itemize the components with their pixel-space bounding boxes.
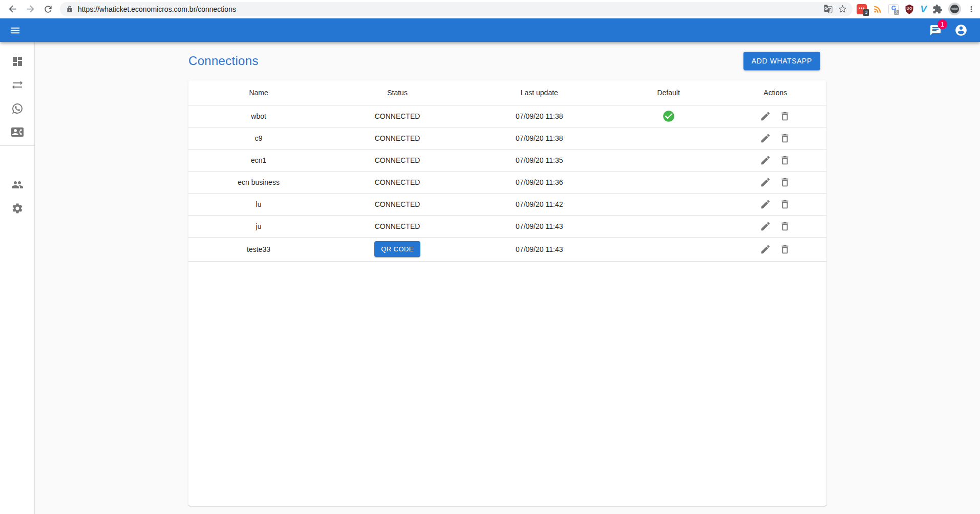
sidebar-item-dashboard[interactable]: [5, 50, 30, 73]
connection-status: CONNECTED: [329, 215, 466, 237]
sidebar-item-settings[interactable]: [5, 197, 30, 220]
vimium-extension-icon[interactable]: V: [920, 4, 927, 14]
browser-menu-icon[interactable]: [967, 5, 976, 14]
connection-actions: [725, 171, 826, 193]
hamburger-menu-button[interactable]: [9, 25, 21, 36]
main-content: Connections ADD WHATSAPP Name Status Las…: [35, 42, 980, 514]
red-dots-extension-icon[interactable]: •••3: [857, 4, 867, 14]
connection-actions: [725, 127, 826, 149]
connection-status: CONNECTED: [329, 171, 466, 193]
reload-button[interactable]: [43, 4, 53, 14]
delete-connection-button[interactable]: [779, 155, 791, 166]
connection-name: wbot: [188, 105, 329, 127]
header-last-update: Last update: [466, 80, 613, 105]
back-arrow-icon: [7, 4, 18, 14]
delete-connection-button[interactable]: [779, 177, 791, 188]
edit-pencil-icon: [760, 111, 771, 122]
trash-icon: [779, 199, 791, 210]
connection-status: CONNECTED: [329, 105, 466, 127]
forward-arrow-icon: [25, 4, 36, 14]
edit-connection-button[interactable]: [760, 221, 771, 232]
connection-status: CONNECTED: [329, 193, 466, 215]
edit-connection-button[interactable]: [760, 133, 771, 144]
connection-last-update: 07/09/20 11:43: [466, 215, 613, 237]
url-bar[interactable]: https://whaticket.economicros.com.br/con…: [60, 2, 853, 16]
sidebar-item-users[interactable]: [5, 173, 30, 197]
delete-connection-button[interactable]: [779, 221, 791, 232]
hamburger-icon: [9, 25, 21, 36]
connection-name: ecn1: [188, 149, 329, 171]
connection-status-cell: QR CODE: [329, 237, 466, 261]
edit-connection-button[interactable]: [760, 244, 771, 255]
ublock-label: UO: [904, 7, 914, 10]
delete-connection-button[interactable]: [779, 244, 791, 255]
qr-code-button[interactable]: QR CODE: [374, 241, 420, 257]
edit-connection-button[interactable]: [760, 199, 771, 210]
trash-icon: [779, 111, 791, 122]
extension-badge: 3: [863, 9, 869, 16]
table-row: teste33 QR CODE 07/09/20 11:43: [188, 237, 826, 261]
sidebar-item-tickets[interactable]: [5, 97, 30, 120]
connection-name: teste33: [188, 237, 329, 261]
connection-default-cell: [613, 237, 725, 261]
table-row: wbot CONNECTED 07/09/20 11:38: [188, 105, 826, 127]
forward-button[interactable]: [25, 4, 36, 14]
edit-pencil-icon: [760, 199, 771, 210]
browser-profile-avatar[interactable]: [948, 3, 961, 15]
trash-icon: [779, 133, 791, 144]
connection-actions: [725, 149, 826, 171]
edit-pencil-icon: [760, 177, 771, 188]
connections-card: Name Status Last update Default Actions …: [188, 80, 826, 506]
delete-connection-button[interactable]: [779, 199, 791, 210]
sidebar: [0, 42, 35, 514]
bookmark-star-icon[interactable]: [838, 4, 847, 14]
account-circle-icon: [954, 24, 968, 37]
connection-last-update: 07/09/20 11:38: [466, 105, 613, 127]
connection-last-update: 07/09/20 11:35: [466, 149, 613, 171]
edit-connection-button[interactable]: [760, 155, 771, 166]
connection-default-cell: [613, 171, 725, 193]
account-button[interactable]: [954, 24, 968, 37]
connection-actions: [725, 105, 826, 127]
reload-icon: [43, 4, 53, 14]
add-whatsapp-button[interactable]: ADD WHATSAPP: [743, 52, 820, 70]
notifications-chat-button[interactable]: 1: [929, 24, 942, 36]
connection-name: c9: [188, 127, 329, 149]
page-header: Connections ADD WHATSAPP: [188, 51, 826, 70]
browser-nav-buttons: [0, 4, 60, 14]
translate-extension-icon[interactable]: G文: [888, 4, 899, 14]
sidebar-item-connections[interactable]: [5, 73, 30, 97]
table-header-row: Name Status Last update Default Actions: [188, 80, 826, 105]
connection-status: CONNECTED: [329, 127, 466, 149]
table-row: ecn business CONNECTED 07/09/20 11:36: [188, 171, 826, 193]
ublock-extension-icon[interactable]: UO: [904, 4, 914, 14]
connections-table: Name Status Last update Default Actions …: [188, 80, 826, 262]
edit-pencil-icon: [760, 133, 771, 144]
dashboard-icon: [11, 55, 24, 68]
back-button[interactable]: [7, 4, 18, 14]
trash-icon: [779, 177, 791, 188]
edit-connection-button[interactable]: [760, 111, 771, 122]
connection-default-cell: [613, 127, 725, 149]
whatsapp-icon: [11, 102, 24, 115]
sidebar-divider: [0, 145, 34, 146]
puzzle-extensions-icon[interactable]: [932, 4, 943, 14]
table-row: lu CONNECTED 07/09/20 11:42: [188, 193, 826, 215]
sidebar-item-contacts[interactable]: [5, 120, 30, 144]
delete-connection-button[interactable]: [779, 111, 791, 122]
edit-connection-button[interactable]: [760, 177, 771, 188]
connection-last-update: 07/09/20 11:43: [466, 237, 613, 261]
delete-connection-button[interactable]: [779, 133, 791, 144]
rss-extension-icon[interactable]: [872, 4, 883, 14]
header-name: Name: [188, 80, 329, 105]
people-icon: [11, 179, 24, 191]
connection-actions: [725, 237, 826, 261]
translate-page-icon[interactable]: [823, 4, 833, 14]
settings-gear-icon: [11, 202, 24, 215]
lock-icon: [66, 6, 73, 13]
connection-last-update: 07/09/20 11:38: [466, 127, 613, 149]
connection-default-cell: [613, 149, 725, 171]
connection-last-update: 07/09/20 11:42: [466, 193, 613, 215]
url-text: https://whaticket.economicros.com.br/con…: [78, 5, 819, 13]
connection-status: CONNECTED: [329, 149, 466, 171]
